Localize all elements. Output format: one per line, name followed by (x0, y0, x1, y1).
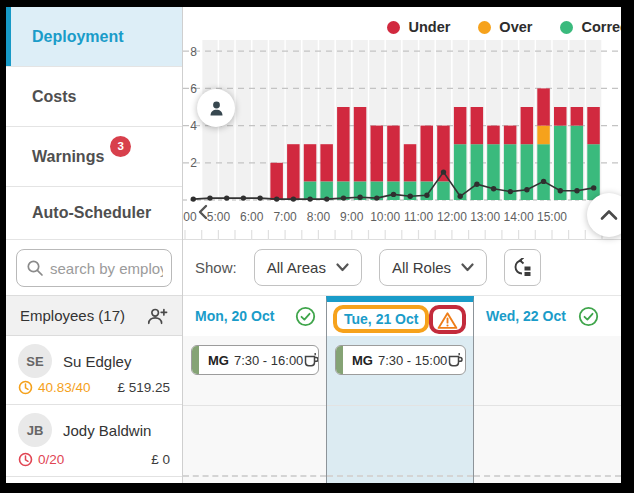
app-window: Deployment Costs Warnings 3 Auto-Schedul… (6, 7, 621, 483)
sidebar-item-costs[interactable]: Costs (6, 67, 182, 127)
svg-text:6:00: 6:00 (240, 210, 264, 224)
svg-text:8: 8 (190, 45, 197, 59)
day-cell-wed-row2 (474, 405, 621, 477)
sidebar-item-warnings[interactable]: Warnings 3 (6, 127, 182, 187)
swap-view-button[interactable] (504, 249, 541, 286)
day-label: Wed, 22 Oct (486, 308, 566, 324)
check-circle-icon (578, 306, 599, 327)
main-area: Under Over Correct 24684:005:006:007:008… (183, 7, 621, 483)
svg-text:9:00: 9:00 (340, 210, 364, 224)
day-header-wed[interactable]: Wed, 22 Oct (474, 296, 621, 336)
shift-chip-mon[interactable]: MG 7:30 - 16:00 (191, 345, 319, 375)
day-column-tue-21-oct: Tue, 21 Oct MG 7:30 - 15:00 (326, 296, 474, 483)
day-header-mon[interactable]: Mon, 20 Oct (183, 296, 326, 336)
person-icon (207, 99, 226, 118)
employee-hours: 0/20 (38, 452, 64, 467)
sidebar-item-label: Warnings (32, 148, 104, 166)
sidebar-item-label: Deployment (32, 28, 124, 46)
sidebar-item-label: Auto-Scheduler (32, 204, 151, 222)
shift-color-strip (192, 346, 199, 374)
shift-time: 7:30 - 16:00 (234, 353, 303, 368)
employee-name: Su Edgley (63, 353, 131, 370)
warning-triangle-icon[interactable] (437, 311, 458, 330)
svg-text:10:00: 10:00 (370, 210, 400, 224)
day-column-wed-22-oct: Wed, 22 Oct (474, 296, 621, 483)
svg-text:11:00: 11:00 (404, 210, 433, 224)
chevron-down-icon (461, 263, 474, 272)
legend-item-correct: Correct (560, 19, 621, 35)
day-cell-mon-row2 (183, 405, 326, 477)
chevron-left-icon (196, 204, 210, 220)
sidebar: Deployment Costs Warnings 3 Auto-Schedul… (6, 7, 183, 483)
person-add-icon (146, 307, 168, 325)
clock-icon (18, 452, 33, 467)
svg-text:14:00: 14:00 (504, 210, 534, 224)
search-icon (26, 259, 44, 277)
area-filter-dropdown[interactable]: All Areas (254, 249, 362, 286)
show-label: Show: (195, 259, 237, 276)
avatar: JB (18, 413, 52, 447)
svg-text:12:00: 12:00 (437, 210, 467, 224)
employee-cost: £ 0 (151, 452, 170, 467)
avatar: SE (18, 344, 52, 378)
clock-icon (18, 380, 33, 395)
day-label: Tue, 21 Oct (344, 311, 418, 327)
employees-header: Employees (17) (6, 296, 182, 336)
shift-code: MG (352, 353, 373, 368)
svg-text:15:00: 15:00 (537, 210, 567, 224)
add-employee-button[interactable] (146, 307, 168, 325)
under-dot-icon (387, 21, 400, 34)
employee-name: Jody Baldwin (63, 422, 151, 439)
shift-code: MG (208, 353, 229, 368)
day-cell-wed (474, 336, 621, 405)
day-cell-mon: MG 7:30 - 16:00 (183, 336, 326, 405)
legend-item-under: Under (387, 19, 450, 35)
chevron-up-icon (599, 208, 619, 222)
day-header-tue[interactable]: Tue, 21 Oct (327, 302, 473, 336)
correct-dot-icon (560, 21, 573, 34)
employee-search-section (6, 240, 182, 296)
deployment-chart-panel: Under Over Correct 24684:005:006:007:008… (183, 7, 621, 240)
svg-text:13:00: 13:00 (470, 210, 500, 224)
employee-view-toggle-button[interactable] (197, 89, 235, 127)
check-circle-icon (295, 306, 316, 327)
chart-legend: Under Over Correct (387, 19, 621, 35)
break-cup-icon (303, 352, 319, 368)
highlight-box-red (429, 305, 466, 334)
employees-header-label: Employees (17) (20, 307, 125, 324)
employee-row-jody-baldwin[interactable]: JB Jody Baldwin 0/20 £ 0 (6, 405, 182, 477)
role-filter-dropdown[interactable]: All Roles (379, 249, 487, 286)
sidebar-item-auto-scheduler[interactable]: Auto-Scheduler (6, 187, 182, 240)
warnings-count-badge: 3 (110, 136, 131, 157)
break-cup-icon (447, 352, 464, 368)
svg-text:4: 4 (190, 119, 197, 133)
employee-cost: £ 519.25 (117, 380, 170, 395)
employee-hours: 40.83/40 (38, 380, 91, 395)
chevron-down-icon (336, 263, 349, 272)
employee-row-su-edgley[interactable]: SE Su Edgley 40.83/40 £ 519.25 (6, 336, 182, 405)
day-cell-tue-row2 (327, 405, 473, 477)
day-label: Mon, 20 Oct (195, 308, 274, 324)
svg-text:8:00: 8:00 (307, 210, 331, 224)
svg-text:6: 6 (190, 82, 197, 96)
legend-item-over: Over (478, 19, 532, 35)
sidebar-item-label: Costs (32, 88, 76, 106)
swap-view-icon (513, 258, 533, 278)
day-cell-tue: MG 7:30 - 15:00 (327, 336, 473, 405)
chart-scroll-left-button[interactable] (194, 204, 212, 222)
svg-text:7:00: 7:00 (273, 210, 297, 224)
filters-toolbar: Show: All Areas All Roles (183, 240, 621, 296)
highlight-box-orange: Tue, 21 Oct (333, 305, 429, 333)
shift-chip-tue[interactable]: MG 7:30 - 15:00 (335, 345, 466, 375)
schedule-grid: Mon, 20 Oct MG 7:30 - 16:00 (183, 296, 621, 483)
deployment-chart-svg: 24684:005:006:007:008:009:0010:0011:0012… (183, 40, 619, 240)
over-dot-icon (478, 21, 491, 34)
shift-color-strip (336, 346, 343, 374)
shift-time: 7:30 - 15:00 (378, 353, 447, 368)
day-column-mon-20-oct: Mon, 20 Oct MG 7:30 - 16:00 (183, 296, 326, 483)
svg-text:2: 2 (190, 156, 197, 170)
sidebar-item-deployment[interactable]: Deployment (6, 7, 182, 67)
